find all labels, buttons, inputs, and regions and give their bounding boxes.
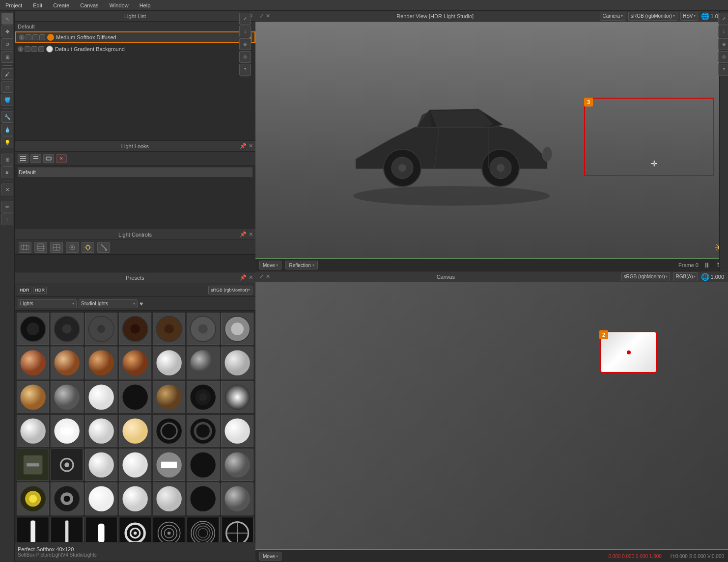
eraser-tool[interactable]: ◻ xyxy=(1,81,13,93)
pen-tool[interactable]: ✏ xyxy=(1,201,13,213)
preset-thumb-47[interactable] xyxy=(153,517,185,542)
presets-category-dropdown[interactable]: Lights ▾ xyxy=(18,299,77,308)
preset-thumb-16[interactable] xyxy=(51,381,83,413)
hdr-badge-2[interactable]: HDR xyxy=(33,287,47,294)
preset-thumb-10[interactable] xyxy=(85,347,117,379)
preset-thumb-43[interactable] xyxy=(17,517,49,542)
preset-thumb-20[interactable] xyxy=(187,381,219,413)
preset-thumb-15[interactable] xyxy=(17,381,49,413)
menu-project[interactable]: Project xyxy=(2,1,25,9)
preset-thumb-40[interactable] xyxy=(153,482,185,515)
rotate-tool[interactable]: ↺ xyxy=(1,38,13,50)
strip-tool-1[interactable]: ⤢ xyxy=(239,13,251,25)
layers-tool[interactable]: ≡ xyxy=(1,166,13,178)
preset-thumb-31[interactable] xyxy=(85,449,117,481)
preset-thumb-9[interactable] xyxy=(51,347,83,379)
preset-thumb-33[interactable] xyxy=(153,449,185,481)
preset-thumb-36[interactable] xyxy=(17,482,49,515)
ctrl-brush[interactable] xyxy=(97,242,110,253)
preset-thumb-1[interactable] xyxy=(17,313,49,345)
presets-close[interactable]: ✕ xyxy=(249,274,253,281)
light-looks-pin[interactable]: 📌 xyxy=(240,143,247,149)
preset-thumb-28[interactable] xyxy=(221,415,253,447)
preset-thumb-37[interactable] xyxy=(51,482,83,515)
preset-thumb-19[interactable] xyxy=(153,381,185,413)
preset-thumb-7[interactable] xyxy=(221,313,253,345)
preset-thumb-38[interactable] xyxy=(85,482,117,515)
preset-thumb-12[interactable] xyxy=(153,347,185,379)
move-tool[interactable]: ✥ xyxy=(1,26,13,37)
presets-color-space-dropdown[interactable]: sRGB (rgbMonitor) ▾ xyxy=(208,286,252,294)
strip-tool-4[interactable]: ⊖ xyxy=(239,51,251,63)
light-controls-pin[interactable]: 📌 xyxy=(240,231,247,238)
light-item-2-check3[interactable] xyxy=(38,46,44,52)
preset-thumb-23[interactable] xyxy=(51,415,83,447)
preset-thumb-18[interactable] xyxy=(119,381,151,413)
hdr-badge[interactable]: HDR xyxy=(18,287,31,294)
light-item-1-check3[interactable] xyxy=(39,34,45,40)
preset-thumb-21[interactable] xyxy=(221,381,253,413)
preset-thumb-30[interactable] xyxy=(51,449,83,481)
cursor-tool[interactable]: ↑ xyxy=(1,214,13,225)
light-controls-close[interactable]: ✕ xyxy=(249,231,253,238)
presets-grid[interactable] xyxy=(15,311,255,542)
render-pause-btn[interactable]: ⏸ xyxy=(702,261,711,269)
canvas-move-dropdown[interactable]: Move ▾ xyxy=(259,552,281,561)
render-colorspace-dropdown[interactable]: sRGB (rgbMonitor) ▾ xyxy=(628,12,677,21)
presets-pin[interactable]: 📌 xyxy=(240,274,247,281)
preset-thumb-22[interactable] xyxy=(17,415,49,447)
preset-thumb-34[interactable] xyxy=(187,449,219,481)
light-item-1-info[interactable]: i xyxy=(19,34,25,40)
strip-tool-5[interactable]: ? xyxy=(239,64,251,76)
light-list-item-2[interactable]: i Default Gradient Background xyxy=(15,43,255,55)
preset-thumb-42[interactable] xyxy=(221,482,253,515)
looks-btn-3[interactable] xyxy=(43,154,54,163)
favorites-heart-icon[interactable]: ♥ xyxy=(140,300,143,307)
ctrl-rotate[interactable] xyxy=(66,242,79,253)
looks-btn-2[interactable] xyxy=(30,154,41,163)
menu-edit[interactable]: Edit xyxy=(30,1,45,9)
light-item-1-check1[interactable] xyxy=(26,34,31,40)
preset-thumb-29[interactable] xyxy=(17,449,49,481)
preset-thumb-5[interactable] xyxy=(153,313,185,345)
light-tool[interactable]: 💡 xyxy=(1,136,13,148)
fill-tool[interactable]: 🪣 xyxy=(1,94,13,106)
preset-thumb-3[interactable] xyxy=(85,313,117,345)
looks-delete-btn[interactable]: ✕ xyxy=(56,154,67,163)
preset-thumb-24[interactable] xyxy=(85,415,117,447)
scale-tool[interactable]: ⊞ xyxy=(1,51,13,63)
render-strip-2[interactable]: ↕ xyxy=(718,26,728,37)
render-reflection-dropdown[interactable]: Reflection ▾ xyxy=(285,261,317,269)
preset-thumb-4[interactable] xyxy=(119,313,151,345)
preset-thumb-39[interactable] xyxy=(119,482,151,515)
light-item-2-check2[interactable] xyxy=(31,46,37,52)
menu-canvas[interactable]: Canvas xyxy=(77,1,101,9)
preset-thumb-41[interactable] xyxy=(187,482,219,515)
preset-thumb-14[interactable] xyxy=(221,347,253,379)
light-looks-close[interactable]: ✕ xyxy=(249,143,253,149)
preset-thumb-17[interactable] xyxy=(85,381,117,413)
render-close-icon[interactable]: ✕ xyxy=(266,13,270,19)
preset-thumb-8[interactable] xyxy=(17,347,49,379)
ctrl-scale[interactable] xyxy=(50,242,63,253)
canvas-colorspace-dropdown[interactable]: sRGB (rgbMonitor) ▾ xyxy=(621,272,671,281)
preset-thumb-25[interactable] xyxy=(119,415,151,447)
preset-thumb-32[interactable] xyxy=(119,449,151,481)
preset-thumb-2[interactable] xyxy=(51,313,83,345)
presets-subcategory-dropdown[interactable]: StudioLights ▾ xyxy=(79,299,138,308)
render-strip-4[interactable]: ⊖ xyxy=(718,51,728,63)
light-item-2-info[interactable]: i xyxy=(18,46,24,52)
preset-thumb-49[interactable] xyxy=(221,517,253,542)
canvas-expand-icon[interactable]: ⤢ xyxy=(259,273,264,280)
menu-help[interactable]: Help xyxy=(137,1,154,9)
ctrl-light[interactable] xyxy=(82,242,94,253)
render-move-dropdown[interactable]: Move ▾ xyxy=(259,261,281,269)
ctrl-move-x[interactable] xyxy=(19,242,31,253)
render-strip-3[interactable]: ⊕ xyxy=(718,38,728,50)
ctrl-move-y[interactable] xyxy=(34,242,47,253)
light-item-1-check2[interactable] xyxy=(32,34,38,40)
preset-thumb-6[interactable] xyxy=(187,313,219,345)
render-globe-icon[interactable]: 🌐 xyxy=(701,12,709,20)
close-tool[interactable]: ✕ xyxy=(1,184,13,195)
preset-thumb-46[interactable] xyxy=(119,517,151,542)
